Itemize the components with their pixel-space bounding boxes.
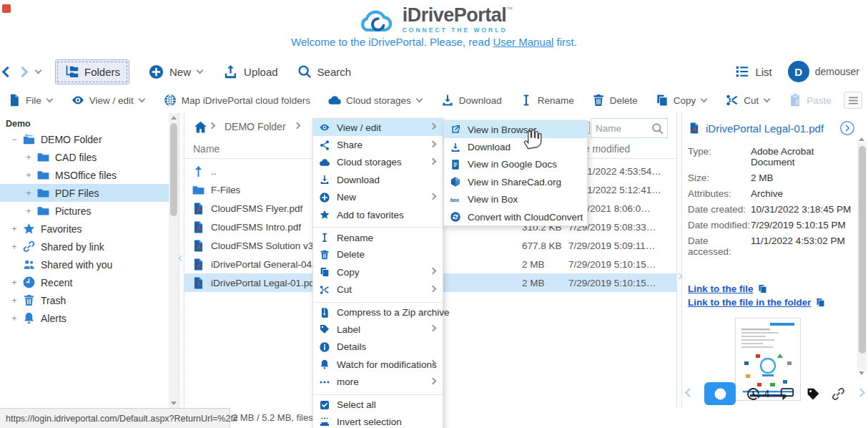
comments-icon[interactable] — [779, 386, 795, 402]
versions-history-button[interactable]: 4 — [746, 386, 769, 402]
prev-panel-chevron[interactable] — [685, 388, 694, 397]
submenu-item[interactable]: View in Google Docs — [444, 156, 587, 173]
dropdown-chevron[interactable] — [764, 96, 771, 103]
details-scroll-down[interactable] — [859, 371, 864, 375]
tree-expander[interactable]: + — [10, 242, 19, 252]
collapse-left-chevron[interactable] — [179, 256, 184, 261]
toolbar-action-button[interactable]: Delete — [591, 93, 638, 107]
context-menu-item[interactable]: Share — [313, 136, 443, 153]
toolbar-action-button[interactable]: File — [7, 93, 54, 107]
filter-name-input[interactable] — [591, 119, 648, 137]
context-menu-item[interactable]: Copy — [313, 263, 443, 281]
tree-item[interactable]: + PDF Files — [0, 184, 169, 202]
search-button[interactable]: Search — [297, 64, 352, 79]
home-icon[interactable] — [193, 120, 208, 135]
details-scrollbar[interactable] — [857, 143, 867, 371]
links-chain-icon[interactable] — [831, 386, 846, 402]
tree-item[interactable]: + Trash — [0, 291, 169, 309]
history-dropdown-chevron[interactable] — [35, 67, 42, 74]
tree-item[interactable]: Shared with you — [0, 256, 169, 273]
context-menu-item[interactable]: Cut — [313, 281, 443, 298]
folders-toggle-button[interactable]: Folders — [55, 59, 129, 84]
collapse-right-chevron[interactable] — [676, 273, 682, 279]
context-menu-item[interactable]: Add to favorites — [313, 206, 443, 223]
submenu-item[interactable]: Download — [444, 138, 587, 155]
toolbar-action-button[interactable]: Copy — [655, 93, 709, 107]
context-menu-item[interactable]: Details — [313, 339, 443, 356]
tree-expander[interactable]: + — [24, 170, 33, 180]
user-manual-link[interactable]: User Manual — [493, 36, 553, 48]
tree-item[interactable]: + Recent — [0, 273, 169, 291]
tree-item[interactable]: + Shared by link — [0, 238, 169, 256]
tree-expander[interactable]: + — [24, 188, 33, 198]
tree-item[interactable]: + Alerts — [0, 309, 169, 327]
dropdown-chevron[interactable] — [46, 96, 53, 103]
submenu-item[interactable]: View in Browser — [444, 121, 587, 138]
tree-expander[interactable]: + — [10, 296, 19, 306]
tree-expander[interactable]: − — [10, 135, 19, 145]
toolbar-action-button[interactable]: Rename — [519, 93, 574, 107]
file-link[interactable]: Link to the file — [688, 283, 754, 294]
tree-expander[interactable]: + — [24, 152, 33, 162]
details-scrollbar-thumb[interactable] — [859, 146, 866, 354]
scroll-up-arrow[interactable] — [171, 116, 177, 120]
list-view-button[interactable]: List — [734, 64, 771, 79]
tree-expander[interactable]: + — [24, 206, 33, 216]
tree-item[interactable]: + MSOffice files — [0, 166, 169, 184]
right-splitter[interactable] — [676, 113, 682, 408]
context-menu-item[interactable]: more — [313, 373, 443, 390]
menu-hamburger-button[interactable] — [844, 92, 862, 109]
context-menu-item[interactable]: Invert selection — [313, 413, 443, 428]
context-menu-item[interactable]: Watch for modifications — [313, 356, 443, 373]
context-menu-item[interactable]: New — [313, 189, 443, 206]
upload-button[interactable]: Upload — [222, 64, 278, 80]
scroll-down-arrow[interactable] — [171, 402, 177, 405]
context-menu-item[interactable]: Cloud storages — [313, 154, 443, 171]
context-menu-item[interactable]: Select all — [313, 394, 443, 413]
toolbar-action-button[interactable]: Cloud storages — [327, 93, 423, 107]
tree-expander[interactable]: + — [10, 278, 19, 288]
dropdown-chevron[interactable] — [701, 96, 708, 103]
column-name[interactable]: Name — [193, 143, 220, 155]
expand-details-button[interactable] — [839, 120, 855, 136]
copy-link-icon[interactable] — [757, 283, 768, 294]
context-menu-item[interactable]: Rename — [313, 227, 443, 245]
forward-button[interactable] — [17, 66, 29, 77]
context-menu-item[interactable]: Label — [313, 321, 443, 338]
context-menu-item[interactable]: Download — [313, 171, 443, 188]
tree-expander[interactable]: + — [10, 313, 19, 324]
tree-item[interactable]: − DEMO Folder — [0, 130, 169, 148]
toolbar-action-button[interactable]: Download — [440, 93, 502, 107]
labels-tag-icon[interactable] — [806, 386, 821, 402]
new-dropdown-chevron[interactable] — [197, 67, 204, 74]
new-button[interactable]: New — [148, 64, 204, 80]
details-scroll-up[interactable] — [859, 137, 864, 141]
submenu-item[interactable]: View in ShareCad.org — [444, 173, 587, 190]
sidebar-scrollbar[interactable] — [169, 113, 179, 408]
breadcrumb-folder[interactable]: DEMO Folder — [225, 121, 286, 132]
user-avatar[interactable]: D — [788, 61, 809, 82]
toolbar-action-button[interactable]: Paste — [788, 93, 832, 107]
tree-expander[interactable]: + — [10, 224, 19, 234]
tree-item[interactable]: + Pictures — [0, 202, 169, 220]
toolbar-action-button[interactable]: View / edit — [71, 93, 146, 107]
tree-item[interactable]: + Favorites — [0, 220, 169, 238]
toolbar-action-button[interactable]: Map iDrivePortal cloud folders — [163, 93, 310, 107]
left-splitter[interactable] — [179, 113, 184, 408]
context-menu-item[interactable]: Delete — [313, 246, 443, 263]
next-panel-chevron[interactable] — [856, 388, 865, 397]
dropdown-chevron[interactable] — [415, 96, 423, 103]
info-tab-button[interactable] — [704, 382, 736, 405]
submenu-item[interactable]: Convert with CloudConvert — [444, 208, 587, 225]
submenu-item[interactable]: View in Box — [444, 191, 587, 208]
context-menu-item[interactable]: View / edit — [313, 119, 443, 136]
toolbar-action-button[interactable]: Cut — [725, 93, 771, 107]
filter-search-icon[interactable] — [651, 122, 664, 135]
copy-link-icon[interactable] — [815, 297, 826, 308]
file-link[interactable]: Link to the file in the folder — [688, 297, 812, 308]
context-menu-item[interactable]: Compress to a Zip archive — [313, 302, 443, 321]
dropdown-chevron[interactable] — [138, 96, 145, 103]
tree-item[interactable]: + CAD files — [0, 148, 169, 166]
back-button[interactable] — [2, 66, 14, 77]
scrollbar-thumb[interactable] — [170, 123, 177, 216]
